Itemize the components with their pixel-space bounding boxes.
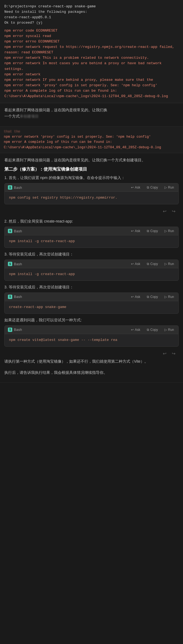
ask-icon-2: ↩ xyxy=(131,229,134,233)
copy-icon-2: ⧉ xyxy=(147,229,149,233)
ask-button-3[interactable]: ↩ Ask xyxy=(130,261,141,266)
step3a-desc: 3. 等待安装完成后，再次尝试创建项目： xyxy=(4,251,179,257)
code-actions-1: ↩ Ask ⧉ Copy ▷ Run xyxy=(130,185,175,190)
undo-redo-2: ↩ ↪ xyxy=(4,350,179,358)
copy-button-1[interactable]: ⧉ Copy xyxy=(146,185,159,190)
terminal-line: npm error network 'proxy' config is set … xyxy=(4,83,179,88)
code-lang-bash-2: $ Bash xyxy=(8,229,22,233)
terminal-line: Ok to proceed? (y) xyxy=(4,20,179,26)
step3b-desc: 3. 等待安装完成后，再次尝试创建项目： xyxy=(4,284,179,290)
terminal-line: Need to install the following packages: xyxy=(4,9,179,15)
terminal-line: npm error network If you are behind a pr… xyxy=(4,77,179,83)
terminal-line: npm error errno ECONNRESET xyxy=(4,39,179,44)
code-content-1: npm config set registry https://registry… xyxy=(5,192,178,204)
copy-icon-5: ⧉ xyxy=(147,328,149,332)
copy-icon-4: ⧉ xyxy=(147,295,149,299)
code-lang-bash-4: $ Bash xyxy=(8,295,22,299)
terminal-line: D:\projects>npx create-react-app snake-g… xyxy=(4,4,179,9)
lang-label-5: Bash xyxy=(14,328,22,332)
assistant-text-1: 看起来遇到了网络连接问题，这在国内是很常见的。让我们换一个方式来创建项目 xyxy=(4,107,179,119)
copy-button-5[interactable]: ⧉ Copy xyxy=(146,327,159,332)
code-lang-bash-3: $ Bash xyxy=(8,262,22,266)
run-button-3[interactable]: ▷ Run xyxy=(163,261,175,266)
terminal-line: C:\Users\A\AppData\Local\npm-cache\_logs… xyxy=(4,145,179,150)
terminal-line: npm error network In most cases you are … xyxy=(4,61,179,72)
code-content-2: npm install -g create-react-app xyxy=(5,235,178,248)
undo-button-2[interactable]: ↩ xyxy=(162,350,167,357)
assistant-section-1: 看起来遇到了网络连接问题，这在国内是很常见的。让我们换一个方式来创建项目 xyxy=(0,103,183,126)
code-block-3: $ Bash ↩ Ask ⧉ Copy ▷ Run npm install -g… xyxy=(4,260,179,281)
bash-icon: $ xyxy=(8,185,12,190)
terminal-block-2: that the npm error network 'proxy' confi… xyxy=(0,127,183,153)
run-icon-5: ▷ xyxy=(164,328,167,332)
terminal-line: npm error A complete log of this run can… xyxy=(4,140,179,145)
terminal-line: npm error network request to https://reg… xyxy=(4,44,179,55)
terminal-line: C:\Users\A\AppData\Local\npm-cache\_logs… xyxy=(4,94,179,99)
run-icon: ▷ xyxy=(164,186,167,189)
ask-icon-5: ↩ xyxy=(131,328,134,332)
terminal-line: npm error network This is a problem rela… xyxy=(4,55,179,61)
ask-icon-3: ↩ xyxy=(131,262,134,266)
code-block-2: $ Bash ↩ Ask ⧉ Copy ▷ Run npm install -g… xyxy=(4,227,179,248)
code-actions-2: ↩ Ask ⧉ Copy ▷ Run xyxy=(130,229,175,233)
code-block-header-4: $ Bash ↩ Ask ⧉ Copy ▷ Run xyxy=(5,293,178,301)
redo-button-2[interactable]: ↪ xyxy=(171,350,176,357)
code-block-header-5: $ Bash ↩ Ask ⧉ Copy ▷ Run xyxy=(5,326,178,334)
copy-icon: ⧉ xyxy=(147,186,149,189)
closing-text: 请执行第一种方式（使用淘宝镜像），如果还不行，我们就使用第二种方式（Vite）。 xyxy=(4,358,179,365)
copy-icon-3: ⧉ xyxy=(147,262,149,266)
copy-button-2[interactable]: ⧉ Copy xyxy=(146,229,159,233)
ask-button-5[interactable]: ↩ Ask xyxy=(130,327,141,332)
code-block-1: $ Bash ↩ Ask ⧉ Copy ▷ Run npm config set… xyxy=(4,183,179,204)
lang-label: Bash xyxy=(14,186,22,190)
ask-icon: ↩ xyxy=(131,186,134,189)
step-title: 第二步（修方案）：使用淘宝镜像创建项目 xyxy=(4,166,179,172)
code-actions-4: ↩ Ask ⧉ Copy ▷ Run xyxy=(130,294,175,299)
copy-button-4[interactable]: ⧉ Copy xyxy=(146,294,159,299)
code-actions-3: ↩ Ask ⧉ Copy ▷ Run xyxy=(130,261,175,266)
undo-button-1[interactable]: ↩ xyxy=(162,208,167,214)
terminal-line: npm error A complete log of this run can… xyxy=(4,88,179,94)
code-content-4: create-react-app snake-game xyxy=(5,301,178,313)
terminal-line: npm error syscall read xyxy=(4,33,179,39)
bash-icon-5: $ xyxy=(8,328,12,332)
lang-label-2: Bash xyxy=(14,229,22,233)
terminal-line: npm error network 'proxy' config is set … xyxy=(4,134,179,140)
assistant-section-main: 看起来遇到了网络连接问题，这在国内是很常见的。让我们换一个方式来创建项目。 第二… xyxy=(0,153,183,383)
run-button-4[interactable]: ▷ Run xyxy=(163,294,175,299)
run-button-2[interactable]: ▷ Run xyxy=(163,229,175,233)
lang-label-3: Bash xyxy=(14,262,22,266)
bash-icon-4: $ xyxy=(8,295,12,299)
ask-button-2[interactable]: ↩ Ask xyxy=(130,229,141,233)
bash-icon-2: $ xyxy=(8,229,12,233)
code-block-header-3: $ Bash ↩ Ask ⧉ Copy ▷ Run xyxy=(5,260,178,268)
run-icon-3: ▷ xyxy=(164,262,167,266)
code-block-5: $ Bash ↩ Ask ⧉ Copy ▷ Run npm create vit… xyxy=(4,325,179,347)
code-actions-5: ↩ Ask ⧉ Copy ▷ Run xyxy=(130,327,175,332)
redo-button-1[interactable]: ↪ xyxy=(171,208,176,214)
code-block-header-1: $ Bash ↩ Ask ⧉ Copy ▷ Run xyxy=(5,183,178,192)
copy-button-3[interactable]: ⧉ Copy xyxy=(146,261,159,266)
code-block-header-2: $ Bash ↩ Ask ⧉ Copy ▷ Run xyxy=(5,227,178,235)
undo-redo-1: ↩ ↪ xyxy=(4,208,179,216)
terminal-line: create-react-app@5.0.1 xyxy=(4,15,179,20)
terminal-line: npm error network xyxy=(4,72,179,77)
run-icon-4: ▷ xyxy=(164,295,167,299)
terminal-block-1: D:\projects>npx create-react-app snake-g… xyxy=(0,0,183,103)
ask-button-4[interactable]: ↩ Ask xyxy=(130,294,141,299)
code-block-4: $ Bash ↩ Ask ⧉ Copy ▷ Run create-react-a… xyxy=(4,292,179,314)
step1-desc: 1. 首先，让我们设置 npm 的镜像源为淘宝镜像。在命令提示符中输入： xyxy=(4,175,179,181)
terminal-line: that the xyxy=(4,129,179,134)
bash-icon-3: $ xyxy=(8,262,12,266)
run-button-1[interactable]: ▷ Run xyxy=(163,185,175,190)
run-button-5[interactable]: ▷ Run xyxy=(163,327,175,332)
code-lang-bash-5: $ Bash xyxy=(8,328,22,332)
step2-desc: 2. 然后，我们全局安装 create-react-app: xyxy=(4,218,179,224)
ask-button-1[interactable]: ↩ Ask xyxy=(130,185,141,190)
ask-icon-4: ↩ xyxy=(131,295,134,299)
fallback-desc: 如果还是遇到问题，我们可以尝试另一种方式: xyxy=(4,317,179,323)
code-content-5: npm create vite@latest snake-game -- --t… xyxy=(5,334,178,346)
run-icon-2: ▷ xyxy=(164,229,167,233)
code-lang-bash: $ Bash xyxy=(8,185,22,190)
followup-text: 执行后，请告诉我执行结果，我会根据具体情况继续指导你。 xyxy=(4,369,179,376)
